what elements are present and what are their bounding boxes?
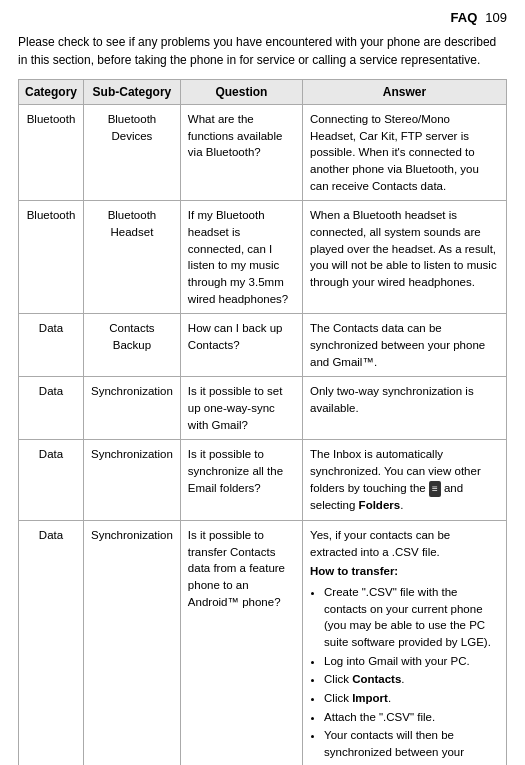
- cell-category: Data: [19, 520, 84, 765]
- cell-category: Bluetooth: [19, 201, 84, 314]
- header-page: 109: [485, 10, 507, 25]
- table-row: DataContacts BackupHow can I back up Con…: [19, 314, 507, 377]
- cell-category: Data: [19, 314, 84, 377]
- cell-subcategory: Contacts Backup: [84, 314, 181, 377]
- cell-category: Bluetooth: [19, 105, 84, 201]
- cell-subcategory: Bluetooth Headset: [84, 201, 181, 314]
- cell-subcategory: Synchronization: [84, 440, 181, 521]
- table-row: DataSynchronizationIs it possible to syn…: [19, 440, 507, 521]
- col-header-category: Category: [19, 80, 84, 105]
- menu-key-icon: ≡: [429, 481, 441, 498]
- intro-text: Please check to see if any problems you …: [18, 33, 507, 69]
- cell-question: Is it possible to transfer Contacts data…: [180, 520, 302, 765]
- col-header-question: Question: [180, 80, 302, 105]
- page-header: FAQ 109: [18, 10, 507, 25]
- cell-question: Is it possible to synchronize all the Em…: [180, 440, 302, 521]
- cell-question: What are the functions available via Blu…: [180, 105, 302, 201]
- cell-answer: Connecting to Stereo/Mono Headset, Car K…: [303, 105, 507, 201]
- cell-category: Data: [19, 377, 84, 440]
- cell-category: Data: [19, 440, 84, 521]
- cell-answer: When a Bluetooth headset is connected, a…: [303, 201, 507, 314]
- cell-answer: Only two-way synchronization is availabl…: [303, 377, 507, 440]
- cell-subcategory: Bluetooth Devices: [84, 105, 181, 201]
- cell-subcategory: Synchronization: [84, 520, 181, 765]
- col-header-subcategory: Sub-Category: [84, 80, 181, 105]
- cell-question: If my Bluetooth headset is connected, ca…: [180, 201, 302, 314]
- table-row: BluetoothBluetooth DevicesWhat are the f…: [19, 105, 507, 201]
- header-title: FAQ: [451, 10, 478, 25]
- table-row: DataSynchronizationIs it possible to set…: [19, 377, 507, 440]
- table-row: DataSynchronizationIs it possible to tra…: [19, 520, 507, 765]
- col-header-answer: Answer: [303, 80, 507, 105]
- cell-question: Is it possible to set up one-way-sync wi…: [180, 377, 302, 440]
- cell-answer: Yes, if your contacts can be extracted i…: [303, 520, 507, 765]
- faq-table: Category Sub-Category Question Answer Bl…: [18, 79, 507, 765]
- table-row: BluetoothBluetooth HeadsetIf my Bluetoot…: [19, 201, 507, 314]
- cell-question: How can I back up Contacts?: [180, 314, 302, 377]
- cell-answer: The Contacts data can be synchronized be…: [303, 314, 507, 377]
- cell-subcategory: Synchronization: [84, 377, 181, 440]
- cell-answer: The Inbox is automatically synchronized.…: [303, 440, 507, 521]
